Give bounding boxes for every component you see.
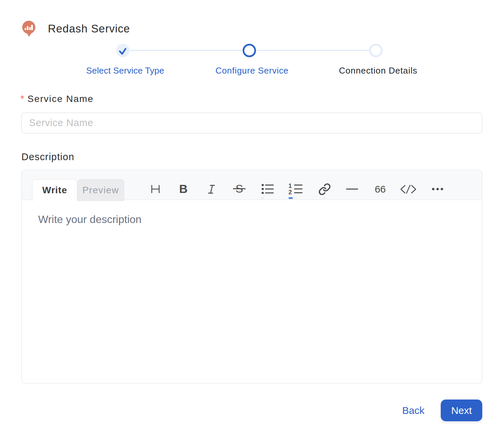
svg-text:2: 2 xyxy=(288,189,292,195)
svg-text:1: 1 xyxy=(288,183,292,189)
